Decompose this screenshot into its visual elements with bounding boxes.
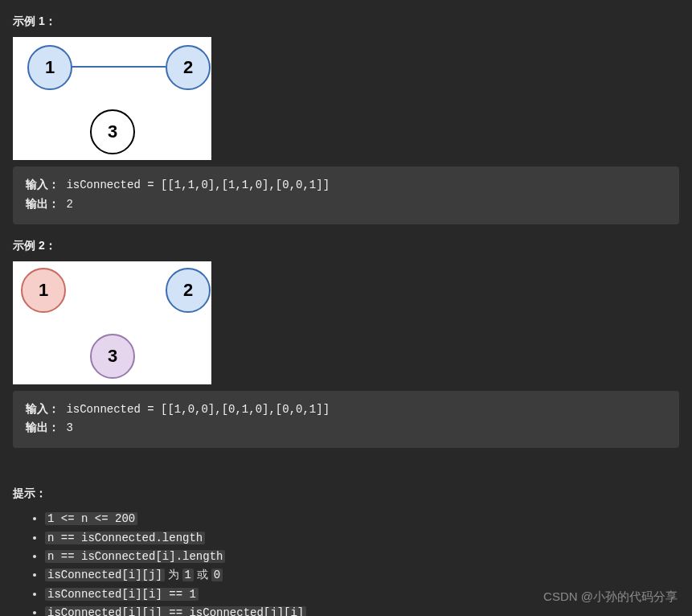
node-3: 3 <box>90 334 135 379</box>
node-1-label: 1 <box>45 57 55 78</box>
list-item: isConnected[i][i] == 1 <box>45 585 679 603</box>
hint-code: isConnected[i][j] == isConnected[j][i] <box>45 606 306 616</box>
list-item: n == isConnected[i].length <box>45 547 679 565</box>
hints-heading: 提示： <box>13 487 679 501</box>
example2-code: 输入： isConnected = [[1,0,0],[0,1,0],[0,0,… <box>13 391 679 449</box>
hints-list: 1 <= n <= 200 n == isConnected.length n … <box>13 509 679 616</box>
input-value: isConnected = [[1,1,0],[1,1,0],[0,0,1]] <box>66 179 330 191</box>
node-2: 2 <box>166 268 211 313</box>
input-value: isConnected = [[1,0,0],[0,1,0],[0,0,1]] <box>66 403 330 416</box>
node-1: 1 <box>27 45 72 90</box>
list-item: isConnected[i][j] 为 1 或 0 <box>45 565 679 584</box>
list-item: 1 <= n <= 200 <box>45 509 679 528</box>
node-3-label: 3 <box>108 121 117 142</box>
output-label: 输出： <box>26 198 59 211</box>
hint-code: 1 <= n <= 200 <box>45 512 137 525</box>
input-label: 输入： <box>26 403 59 416</box>
hint-code: isConnected[i][j] <box>45 569 165 581</box>
list-item: n == isConnected.length <box>45 528 679 547</box>
node-1: 1 <box>21 268 66 313</box>
node-3-label: 3 <box>108 346 117 367</box>
output-label: 输出： <box>26 421 59 434</box>
example1-code: 输入： isConnected = [[1,1,0],[1,1,0],[0,0,… <box>13 166 679 224</box>
hint-text: 为 <box>165 568 182 581</box>
hint-code: n == isConnected[i].length <box>45 550 225 563</box>
output-value: 3 <box>66 421 72 434</box>
example1-diagram: 1 2 3 <box>13 37 211 160</box>
node-2-label: 2 <box>183 280 193 301</box>
hint-text: 或 <box>194 568 211 581</box>
edge-1-2 <box>59 66 166 68</box>
output-value: 2 <box>66 198 72 211</box>
input-label: 输入： <box>26 179 59 191</box>
hint-code: 0 <box>211 569 223 581</box>
hint-code: n == isConnected.length <box>45 532 205 544</box>
list-item: isConnected[i][j] == isConnected[j][i] <box>45 603 679 616</box>
hint-code: 1 <box>182 569 194 581</box>
example1-heading: 示例 1： <box>13 14 679 29</box>
hint-code: isConnected[i][i] == 1 <box>45 588 199 601</box>
node-1-label: 1 <box>39 280 48 301</box>
example2-heading: 示例 2： <box>13 239 679 253</box>
example2-diagram: 1 2 3 <box>13 261 211 384</box>
node-2: 2 <box>166 45 211 90</box>
node-3: 3 <box>90 109 135 154</box>
node-2-label: 2 <box>183 57 193 78</box>
